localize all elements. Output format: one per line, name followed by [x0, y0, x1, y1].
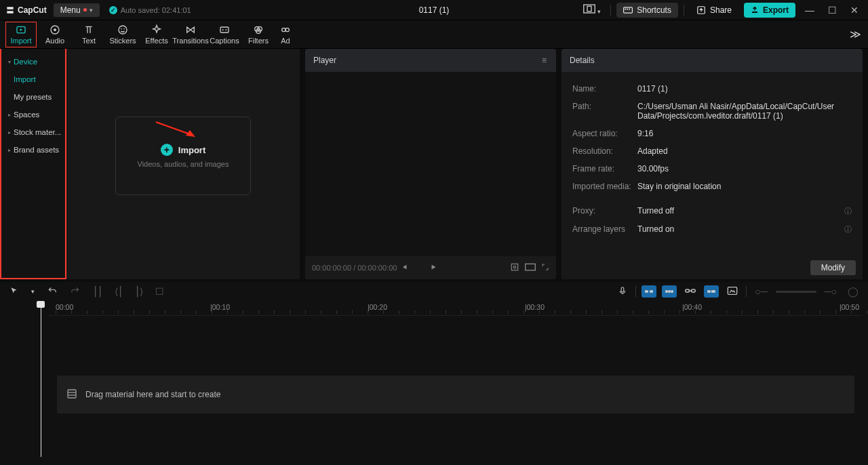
- pointer-menu[interactable]: ▾: [28, 287, 37, 296]
- autosave-status: ✓Auto saved: 02:41:01: [109, 6, 191, 14]
- zoom-slider[interactable]: [776, 291, 816, 293]
- detail-value-arrange-layers: Turned on: [637, 224, 674, 235]
- info-icon[interactable]: ⓘ: [844, 206, 852, 216]
- svg-rect-5: [629, 8, 630, 9]
- volume-icon[interactable]: [402, 263, 410, 272]
- zoom-in-icon[interactable]: ─○: [822, 285, 840, 298]
- playhead[interactable]: [41, 301, 45, 457]
- shortcuts-button[interactable]: Shortcuts: [616, 3, 678, 18]
- magnet-main-track[interactable]: [642, 285, 656, 298]
- play-button[interactable]: [429, 263, 437, 272]
- timeline-ruler[interactable]: 00:00 |00:10 |00:20 |00:30 |00:40 |00:50: [47, 301, 861, 316]
- svg-rect-24: [526, 264, 536, 270]
- tabs-scroll-right[interactable]: ≫: [850, 28, 868, 41]
- svg-line-20: [156, 122, 190, 134]
- tab-stickers[interactable]: Stickers: [106, 20, 140, 49]
- svg-point-11: [119, 26, 127, 34]
- detail-label-arrange-layers: Arrange layers: [572, 224, 632, 235]
- svg-rect-28: [665, 290, 668, 293]
- fullscreen-icon[interactable]: [541, 263, 549, 272]
- detail-value-imported-media: Stay in original location: [637, 182, 721, 191]
- detail-value-name: 0117 (1): [637, 84, 668, 94]
- modify-button[interactable]: Modify: [810, 260, 856, 275]
- maximize-button[interactable]: ☐: [824, 5, 841, 16]
- detail-value-proxy: Turned off: [637, 206, 674, 216]
- svg-rect-4: [627, 8, 629, 9]
- svg-rect-3: [625, 8, 627, 9]
- share-button[interactable]: Share: [690, 3, 738, 18]
- detail-value-fps: 30.00fps: [637, 164, 669, 174]
- ruler-tick: |00:50: [840, 303, 859, 311]
- svg-rect-29: [669, 290, 671, 293]
- split-tool[interactable]: ⎮⎮: [90, 285, 105, 298]
- svg-rect-7: [752, 12, 757, 13]
- svg-rect-2: [624, 7, 633, 12]
- svg-rect-14: [220, 27, 229, 33]
- tab-audio[interactable]: Audio: [38, 20, 72, 49]
- detail-label-proxy: Proxy:: [572, 206, 632, 216]
- import-dropzone-subtitle: Videos, audios, and images: [138, 160, 229, 168]
- zoom-out-icon[interactable]: ○─: [752, 285, 770, 298]
- focus-icon[interactable]: [510, 262, 519, 273]
- svg-point-13: [123, 28, 125, 29]
- ruler-tick: |00:20: [368, 303, 387, 311]
- tab-effects[interactable]: Effects: [140, 20, 174, 49]
- detail-label-name: Name:: [572, 84, 632, 94]
- svg-rect-37: [68, 390, 76, 398]
- cover-icon[interactable]: [724, 285, 741, 299]
- redo-button[interactable]: [67, 285, 83, 299]
- undo-button[interactable]: [44, 285, 60, 299]
- link-icon[interactable]: [682, 285, 698, 298]
- svg-rect-25: [622, 287, 625, 291]
- trim-right-tool[interactable]: ⎮⟩: [132, 285, 146, 298]
- sidebar-item-mypresets[interactable]: My presets: [1, 88, 65, 106]
- detail-label-imported-media: Imported media:: [572, 182, 632, 191]
- svg-point-12: [121, 28, 122, 29]
- detail-value-aspect: 9:16: [637, 129, 653, 138]
- sidebar-item-device[interactable]: ▾Device: [1, 53, 65, 70]
- info-icon[interactable]: ⓘ: [844, 224, 852, 235]
- trim-left-tool[interactable]: ⟨⎮: [112, 285, 125, 298]
- sidebar-item-brand-assets[interactable]: ▸Brand assets: [1, 141, 65, 159]
- details-title: Details: [570, 56, 595, 65]
- detail-label-aspect: Aspect ratio:: [572, 129, 632, 138]
- mic-icon[interactable]: [615, 284, 630, 300]
- sidebar-item-import[interactable]: Import: [1, 70, 65, 88]
- player-menu-icon[interactable]: ≡: [542, 56, 548, 65]
- export-button[interactable]: Export: [744, 3, 795, 18]
- tab-transitions[interactable]: Transitions: [174, 20, 208, 49]
- svg-rect-27: [650, 290, 653, 293]
- tab-ad[interactable]: Ad: [275, 20, 296, 49]
- ruler-tick: |00:40: [682, 303, 702, 311]
- sidebar-item-stock-materials[interactable]: ▸Stock mater...: [1, 123, 65, 141]
- project-title: 0117 (1): [419, 5, 450, 15]
- pointer-tool[interactable]: [7, 285, 22, 299]
- delete-tool[interactable]: ☐: [153, 285, 167, 298]
- zoom-fit-icon[interactable]: ◯: [845, 285, 861, 298]
- plus-icon: +: [161, 144, 173, 156]
- ratio-icon[interactable]: [525, 263, 536, 272]
- player-canvas: [305, 72, 556, 256]
- preview-axis[interactable]: [704, 285, 719, 298]
- tab-filters[interactable]: Filters: [241, 20, 275, 49]
- svg-rect-35: [711, 290, 715, 293]
- player-timecode: 00:00:00:00 / 00:00:00:00: [312, 264, 397, 272]
- minimize-button[interactable]: ―: [801, 5, 818, 16]
- tab-captions[interactable]: Captions: [208, 20, 241, 49]
- svg-rect-1: [587, 6, 591, 12]
- tab-text[interactable]: Text: [72, 20, 106, 49]
- sidebar-item-spaces[interactable]: ▸Spaces: [1, 106, 65, 123]
- timeline-dropzone[interactable]: Drag material here and start to create: [57, 376, 854, 413]
- svg-point-10: [54, 28, 56, 31]
- menu-button[interactable]: Menu▾: [54, 3, 100, 17]
- close-button[interactable]: ✕: [846, 5, 863, 16]
- detail-value-path: C:/Users/Usman Ali Nasir/AppData/Local/C…: [637, 102, 852, 121]
- svg-point-23: [513, 266, 516, 268]
- auto-snap[interactable]: [662, 285, 677, 298]
- aspect-ratio-icon[interactable]: ▾: [579, 2, 605, 18]
- svg-rect-30: [671, 290, 674, 293]
- detail-label-resolution: Resolution:: [572, 146, 632, 156]
- app-logo: CapCut: [5, 5, 47, 15]
- svg-rect-34: [707, 290, 711, 293]
- tab-import[interactable]: Import: [5, 22, 37, 47]
